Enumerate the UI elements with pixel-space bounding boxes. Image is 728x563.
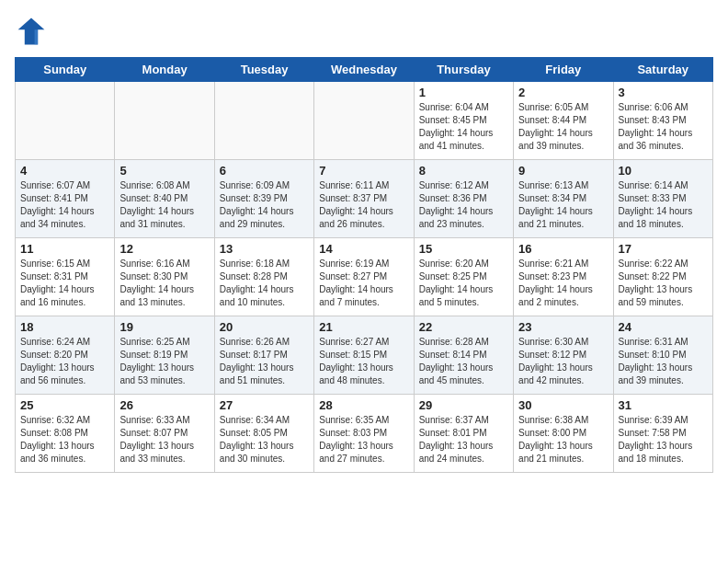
logo [15, 15, 51, 48]
col-tuesday: Tuesday [214, 58, 313, 82]
calendar-cell: 7Sunrise: 6:11 AM Sunset: 8:37 PM Daylig… [314, 160, 414, 238]
calendar-cell: 21Sunrise: 6:27 AM Sunset: 8:15 PM Dayli… [314, 316, 414, 395]
col-saturday: Saturday [613, 58, 712, 82]
day-number: 4 [20, 164, 109, 178]
day-number: 15 [419, 242, 508, 256]
calendar-cell: 6Sunrise: 6:09 AM Sunset: 8:39 PM Daylig… [214, 160, 313, 238]
day-info: Sunrise: 6:39 AM Sunset: 7:58 PM Dayligh… [619, 414, 708, 465]
calendar-cell: 18Sunrise: 6:24 AM Sunset: 8:20 PM Dayli… [16, 316, 115, 395]
day-info: Sunrise: 6:16 AM Sunset: 8:30 PM Dayligh… [119, 258, 209, 309]
calendar-cell: 14Sunrise: 6:19 AM Sunset: 8:27 PM Dayli… [314, 238, 414, 316]
day-number: 11 [20, 242, 109, 256]
calendar-cell: 13Sunrise: 6:18 AM Sunset: 8:28 PM Dayli… [214, 238, 313, 316]
day-info: Sunrise: 6:09 AM Sunset: 8:39 PM Dayligh… [220, 179, 309, 231]
day-info: Sunrise: 6:35 AM Sunset: 8:03 PM Dayligh… [319, 414, 408, 465]
calendar-cell: 8Sunrise: 6:12 AM Sunset: 8:36 PM Daylig… [414, 160, 513, 238]
calendar-cell: 3Sunrise: 6:06 AM Sunset: 8:43 PM Daylig… [613, 82, 712, 160]
calendar-cell: 27Sunrise: 6:34 AM Sunset: 8:05 PM Dayli… [214, 395, 313, 473]
calendar-cell: 15Sunrise: 6:20 AM Sunset: 8:25 PM Dayli… [414, 238, 513, 316]
calendar-cell: 31Sunrise: 6:39 AM Sunset: 7:58 PM Dayli… [613, 395, 712, 473]
calendar-cell: 9Sunrise: 6:13 AM Sunset: 8:34 PM Daylig… [514, 160, 613, 238]
logo-icon [15, 15, 48, 48]
day-number: 7 [319, 164, 408, 178]
calendar-cell: 29Sunrise: 6:37 AM Sunset: 8:01 PM Dayli… [414, 395, 513, 473]
day-info: Sunrise: 6:28 AM Sunset: 8:14 PM Dayligh… [419, 336, 508, 387]
day-number: 10 [619, 164, 708, 178]
svg-marker-0 [18, 18, 45, 45]
calendar-cell: 19Sunrise: 6:25 AM Sunset: 8:19 PM Dayli… [115, 316, 214, 395]
day-number: 20 [220, 320, 309, 334]
day-number: 2 [518, 86, 608, 99]
day-number: 16 [518, 242, 608, 256]
calendar-cell [314, 82, 414, 160]
calendar-week-row: 25Sunrise: 6:32 AM Sunset: 8:08 PM Dayli… [16, 395, 713, 473]
day-number: 28 [319, 398, 408, 412]
day-info: Sunrise: 6:30 AM Sunset: 8:12 PM Dayligh… [518, 336, 608, 387]
calendar-cell: 24Sunrise: 6:31 AM Sunset: 8:10 PM Dayli… [613, 316, 712, 395]
day-number: 5 [119, 164, 209, 178]
calendar-week-row: 4Sunrise: 6:07 AM Sunset: 8:41 PM Daylig… [16, 160, 713, 238]
calendar-cell [214, 82, 313, 160]
day-number: 29 [419, 398, 508, 412]
calendar-cell: 12Sunrise: 6:16 AM Sunset: 8:30 PM Dayli… [115, 238, 214, 316]
calendar-week-row: 11Sunrise: 6:15 AM Sunset: 8:31 PM Dayli… [16, 238, 713, 316]
day-number: 13 [220, 242, 309, 256]
day-info: Sunrise: 6:32 AM Sunset: 8:08 PM Dayligh… [20, 414, 109, 465]
page: Sunday Monday Tuesday Wednesday Thursday… [0, 0, 728, 482]
day-info: Sunrise: 6:26 AM Sunset: 8:17 PM Dayligh… [220, 336, 309, 387]
day-number: 30 [518, 398, 608, 412]
calendar-cell [16, 82, 115, 160]
calendar-cell: 11Sunrise: 6:15 AM Sunset: 8:31 PM Dayli… [16, 238, 115, 316]
day-info: Sunrise: 6:25 AM Sunset: 8:19 PM Dayligh… [119, 336, 209, 387]
day-info: Sunrise: 6:12 AM Sunset: 8:36 PM Dayligh… [419, 179, 508, 231]
day-number: 14 [319, 242, 408, 256]
day-info: Sunrise: 6:07 AM Sunset: 8:41 PM Dayligh… [20, 179, 109, 231]
calendar-cell: 2Sunrise: 6:05 AM Sunset: 8:44 PM Daylig… [514, 82, 613, 160]
calendar-cell: 17Sunrise: 6:22 AM Sunset: 8:22 PM Dayli… [613, 238, 712, 316]
calendar-cell: 10Sunrise: 6:14 AM Sunset: 8:33 PM Dayli… [613, 160, 712, 238]
calendar-cell: 1Sunrise: 6:04 AM Sunset: 8:45 PM Daylig… [414, 82, 513, 160]
calendar-table: Sunday Monday Tuesday Wednesday Thursday… [15, 57, 713, 473]
day-info: Sunrise: 6:38 AM Sunset: 8:00 PM Dayligh… [518, 414, 608, 465]
day-number: 3 [619, 86, 708, 99]
day-info: Sunrise: 6:14 AM Sunset: 8:33 PM Dayligh… [619, 179, 708, 231]
calendar-header-row: Sunday Monday Tuesday Wednesday Thursday… [16, 58, 713, 82]
day-info: Sunrise: 6:19 AM Sunset: 8:27 PM Dayligh… [319, 258, 408, 309]
day-info: Sunrise: 6:05 AM Sunset: 8:44 PM Dayligh… [518, 101, 608, 153]
day-info: Sunrise: 6:21 AM Sunset: 8:23 PM Dayligh… [518, 258, 608, 309]
day-info: Sunrise: 6:13 AM Sunset: 8:34 PM Dayligh… [518, 179, 608, 231]
col-thursday: Thursday [414, 58, 513, 82]
day-info: Sunrise: 6:31 AM Sunset: 8:10 PM Dayligh… [619, 336, 708, 387]
day-number: 26 [119, 398, 209, 412]
day-info: Sunrise: 6:22 AM Sunset: 8:22 PM Dayligh… [619, 258, 708, 309]
day-number: 1 [419, 86, 508, 99]
calendar-cell: 4Sunrise: 6:07 AM Sunset: 8:41 PM Daylig… [16, 160, 115, 238]
calendar-cell: 22Sunrise: 6:28 AM Sunset: 8:14 PM Dayli… [414, 316, 513, 395]
col-friday: Friday [514, 58, 613, 82]
day-number: 24 [619, 320, 708, 334]
day-number: 21 [319, 320, 408, 334]
calendar-week-row: 1Sunrise: 6:04 AM Sunset: 8:45 PM Daylig… [16, 82, 713, 160]
day-info: Sunrise: 6:11 AM Sunset: 8:37 PM Dayligh… [319, 179, 408, 231]
day-info: Sunrise: 6:15 AM Sunset: 8:31 PM Dayligh… [20, 258, 109, 309]
day-info: Sunrise: 6:33 AM Sunset: 8:07 PM Dayligh… [119, 414, 209, 465]
calendar-cell: 5Sunrise: 6:08 AM Sunset: 8:40 PM Daylig… [115, 160, 214, 238]
day-number: 12 [119, 242, 209, 256]
day-info: Sunrise: 6:27 AM Sunset: 8:15 PM Dayligh… [319, 336, 408, 387]
day-number: 27 [220, 398, 309, 412]
day-info: Sunrise: 6:04 AM Sunset: 8:45 PM Dayligh… [419, 101, 508, 153]
day-number: 9 [518, 164, 608, 178]
day-info: Sunrise: 6:34 AM Sunset: 8:05 PM Dayligh… [220, 414, 309, 465]
col-monday: Monday [115, 58, 214, 82]
calendar-cell: 28Sunrise: 6:35 AM Sunset: 8:03 PM Dayli… [314, 395, 414, 473]
day-number: 19 [119, 320, 209, 334]
day-info: Sunrise: 6:08 AM Sunset: 8:40 PM Dayligh… [119, 179, 209, 231]
col-wednesday: Wednesday [314, 58, 414, 82]
day-number: 18 [20, 320, 109, 334]
calendar-cell: 25Sunrise: 6:32 AM Sunset: 8:08 PM Dayli… [16, 395, 115, 473]
day-number: 17 [619, 242, 708, 256]
calendar-cell: 20Sunrise: 6:26 AM Sunset: 8:17 PM Dayli… [214, 316, 313, 395]
calendar-cell: 30Sunrise: 6:38 AM Sunset: 8:00 PM Dayli… [514, 395, 613, 473]
day-info: Sunrise: 6:18 AM Sunset: 8:28 PM Dayligh… [220, 258, 309, 309]
day-info: Sunrise: 6:37 AM Sunset: 8:01 PM Dayligh… [419, 414, 508, 465]
